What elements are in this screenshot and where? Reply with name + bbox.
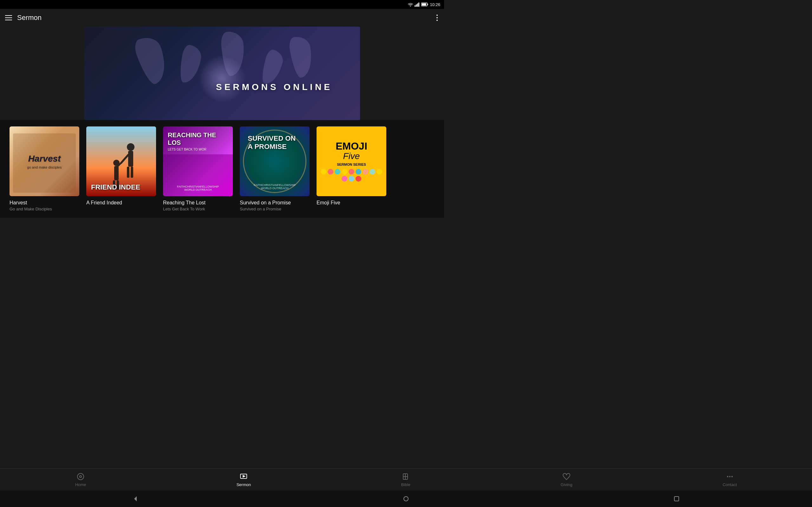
- page-title: Sermon: [17, 14, 430, 22]
- card-emoji-five[interactable]: EMOJI Five SERMON SERIES: [316, 126, 386, 211]
- card-friend-indeed[interactable]: FRIEND INDEE A Friend Indeed: [86, 126, 156, 211]
- svg-rect-5: [422, 3, 426, 6]
- emoji-card-title-text: EMOJI: [336, 141, 367, 151]
- friend-card-title: A Friend Indeed: [86, 200, 156, 206]
- reaching-card-title: Reaching The Lost: [163, 200, 233, 206]
- hero-banner: SERMONS ONLINE: [84, 26, 360, 120]
- card-reaching-lost[interactable]: REACHING THE LOS LETS GET BACK TO WOR FA…: [163, 126, 233, 211]
- emoji-card-title: Emoji Five: [316, 200, 386, 206]
- svg-rect-3: [418, 3, 419, 7]
- battery-icon: [421, 3, 428, 6]
- app-bar: Sermon: [0, 9, 444, 26]
- survived-card-subtitle: Survived on a Promise: [240, 207, 310, 211]
- emoji-balls-decoration: [320, 169, 383, 181]
- svg-rect-0: [415, 5, 415, 7]
- content-area: Harvest go and make disciples Harvest Go…: [0, 120, 444, 218]
- svg-rect-1: [416, 4, 417, 7]
- survived-card-title: Survived on a Promise: [240, 200, 310, 206]
- svg-rect-11: [127, 167, 130, 178]
- svg-rect-12: [131, 167, 133, 178]
- svg-rect-9: [128, 151, 133, 167]
- hamburger-menu-icon[interactable]: [5, 15, 12, 20]
- survived-card-image-text: SURVIVED ON A PROMISE: [245, 131, 305, 154]
- svg-rect-6: [427, 4, 428, 5]
- wifi-icon: [408, 3, 413, 6]
- signal-icon: [415, 2, 420, 7]
- reaching-card-subtitle: Lets Get Back To Work: [163, 207, 233, 211]
- friend-card-image-text: FRIEND INDEE: [91, 183, 140, 191]
- status-icons: 10:26: [408, 2, 440, 7]
- status-time: 10:26: [430, 2, 440, 7]
- harvest-card-image-subtitle: go and make disciples: [27, 165, 62, 169]
- harvest-card-image-title: Harvest: [28, 153, 61, 164]
- emoji-card-series-text: SERMON SERIES: [337, 163, 366, 166]
- card-survived-promise[interactable]: SURVIVED ON A PROMISE FAITHCHRISTIANFELL…: [240, 126, 310, 211]
- harvest-card-title: Harvest: [9, 200, 79, 206]
- card-harvest[interactable]: Harvest go and make disciples Harvest Go…: [9, 126, 79, 211]
- survived-logo: FAITHCHRISTIANFELLOWSHIPWORLD OUTREACH: [254, 183, 296, 190]
- sermon-cards-row: Harvest go and make disciples Harvest Go…: [9, 126, 435, 211]
- hero-text: SERMONS ONLINE: [216, 82, 333, 92]
- reaching-card-image-text: REACHING THE LOS: [168, 131, 228, 147]
- harvest-card-subtitle: Go and Make Disciples: [9, 207, 79, 211]
- more-options-icon[interactable]: [435, 13, 439, 22]
- emoji-card-five-text: Five: [343, 151, 360, 161]
- svg-rect-2: [417, 3, 418, 7]
- reaching-card-image-subtext: LETS GET BACK TO WOR: [168, 148, 206, 151]
- reaching-logo: FAITHCHRISTIANFELLOWSHIPWORLD OUTREACH: [177, 185, 219, 191]
- svg-point-8: [127, 143, 135, 151]
- status-bar: 10:26: [0, 0, 444, 9]
